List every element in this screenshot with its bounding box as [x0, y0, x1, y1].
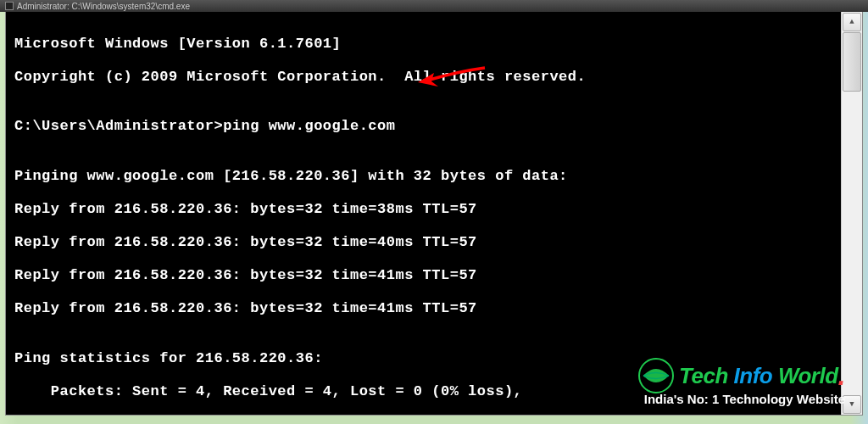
console-line: Reply from 216.58.220.36: bytes=32 time=…	[14, 267, 832, 284]
console-line: Reply from 216.58.220.36: bytes=32 time=…	[14, 234, 832, 251]
watermark-logo-icon	[638, 358, 674, 393]
watermark-subtitle: India's No: 1 Technology Website	[644, 392, 845, 406]
scroll-down-button[interactable]: ▼	[843, 395, 861, 414]
cmd-icon	[5, 2, 14, 10]
watermark-brand: Tech Info World.	[679, 363, 845, 389]
window-titlebar: Administrator: C:\Windows\system32\cmd.e…	[0, 0, 868, 12]
scroll-up-button[interactable]: ▲	[843, 13, 861, 31]
window-title: Administrator: C:\Windows\system32\cmd.e…	[17, 2, 190, 11]
console-line: Reply from 216.58.220.36: bytes=32 time=…	[14, 300, 832, 317]
console-line: Copyright (c) 2009 Microsoft Corporation…	[14, 69, 832, 86]
console-line: C:\Users\Administrator>ping www.google.c…	[14, 118, 832, 135]
console-line: Microsoft Windows [Version 6.1.7601]	[14, 36, 832, 53]
console-output[interactable]: Microsoft Windows [Version 6.1.7601] Cop…	[6, 12, 841, 415]
watermark-dot: .	[838, 360, 845, 391]
watermark-world: World	[778, 363, 838, 388]
vertical-scrollbar[interactable]: ▲ ▼	[841, 12, 861, 415]
watermark-logo-row: Tech Info World.	[638, 358, 845, 393]
watermark-tech: Tech	[679, 363, 728, 388]
watermark-info: Info	[728, 363, 778, 388]
console-line: Reply from 216.58.220.36: bytes=32 time=…	[14, 201, 832, 218]
console-window: Microsoft Windows [Version 6.1.7601] Cop…	[5, 12, 863, 416]
console-line: Pinging www.google.com [216.58.220.36] w…	[14, 168, 832, 185]
scrollbar-thumb[interactable]	[843, 32, 861, 92]
watermark: Tech Info World. India's No: 1 Technolog…	[638, 358, 845, 406]
